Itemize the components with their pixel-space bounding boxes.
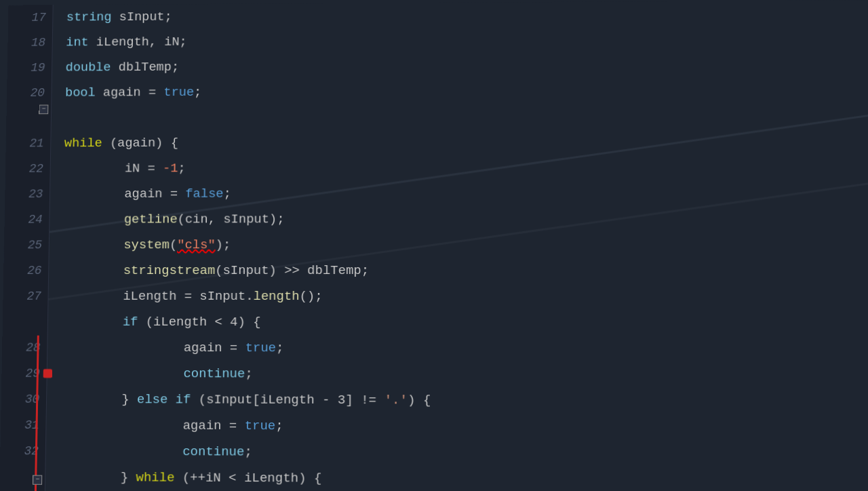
token: ; [244,439,252,465]
token: ( [170,232,178,258]
token: ); [215,232,231,258]
code-line-32: continue; [59,438,868,467]
token: (++iN < iLength) { [174,465,321,491]
token: ; [178,156,186,182]
token: true [245,413,276,439]
line-num-21: 21 [29,131,44,156]
token: false [185,181,224,207]
token: length [253,283,299,309]
token: (); [300,283,323,309]
token: while [136,465,174,491]
code-line-21-while: while (again) { [64,128,868,156]
fold-icon[interactable]: − [39,104,48,114]
token: stringstream [123,258,216,283]
token: again = [60,412,245,439]
code-editor: 17 18 19 20 21 22 23 24 25 26 27 28 29 3… [0,0,868,491]
code-line-20: bool again = true; [65,77,868,105]
token: true [163,79,194,104]
token: '.' [384,387,407,414]
line-num-19: 19 [31,55,45,80]
token: again = [63,181,185,207]
code-line-29: continue; [60,361,868,389]
token: ; [194,79,202,104]
token: ; [245,361,253,387]
token [63,207,124,233]
line-numbers-gutter: 17 18 19 20 21 22 23 24 25 26 27 28 29 3… [0,5,54,491]
code-line-27: iLength = sInput.length(); [62,283,868,310]
token: again = [95,80,163,106]
token: ; [223,181,231,207]
line-num-17: 17 [31,5,46,30]
token: else if [137,387,191,412]
code-line-28: again = true; [61,335,868,362]
token [62,258,124,283]
token: (sInput) >> dblTemp; [215,258,369,283]
token: continue [182,439,245,465]
token: string [66,5,112,30]
line-num-empty2 [33,309,41,335]
fold-icon-bottom[interactable]: − [33,475,42,485]
token: iN = [64,156,163,182]
token: ; [276,335,284,361]
line-num-18: 18 [31,30,46,55]
line-num-20: 20 [30,80,45,105]
code-line-18: int iLength, iN; [66,26,868,55]
code-line-empty1 [64,102,868,131]
code-line-31: again = true; [60,412,868,441]
code-line-23: again = false; [63,180,868,207]
token-while: while [64,130,102,156]
line-num-26: 26 [27,258,42,283]
line-num-24: 24 [28,207,43,233]
token [60,361,183,387]
token: (again) { [102,130,179,156]
code-line-19: double dblTemp; [65,52,868,81]
code-line-32b: } while (++iN < iLength) { [59,465,868,491]
line-num-23: 23 [28,181,43,207]
token: ; [275,413,283,439]
code-line-27b: if (iLength < 4) { [61,309,868,336]
token: dblTemp; [111,54,179,80]
code-line-24: getline(cin, sInput); [63,205,868,232]
token: if [123,309,138,335]
token: true [245,335,276,361]
token: -1 [163,156,178,182]
token-cls-string: "cls" [177,232,216,258]
token: iLength = sInput. [62,283,254,309]
code-line-22: iN = -1; [64,154,868,181]
token: ) { [408,387,431,414]
code-line-26: stringstream(sInput) >> dblTemp; [62,258,868,283]
token [62,232,123,258]
token [61,309,123,335]
code-line-25: system("cls"); [62,231,868,258]
token: double [65,55,111,80]
token: int [66,30,89,55]
token: (sInput[iLength - 3] != [191,387,384,413]
code-line-17: string sInput; [66,0,868,30]
token: } [59,465,136,491]
token: getline [124,207,178,233]
token: } [60,387,138,413]
token: (iLength < 4) { [138,309,261,335]
token [59,438,182,465]
token: bool [65,80,96,105]
code-content: string sInput; int iLength, iN; double d… [45,0,868,491]
line-num-27: 27 [26,283,41,309]
line-num-25: 25 [27,233,42,258]
token: iLength, iN; [88,29,187,55]
token: sInput; [111,4,172,29]
code-line-30: } else if (sInput[iLength - 3] != '.') { [60,387,868,415]
token: continue [183,361,245,387]
token: system [123,232,170,258]
token: (cin, sInput); [177,206,284,232]
token: again = [61,335,245,361]
line-num-22: 22 [28,156,43,181]
